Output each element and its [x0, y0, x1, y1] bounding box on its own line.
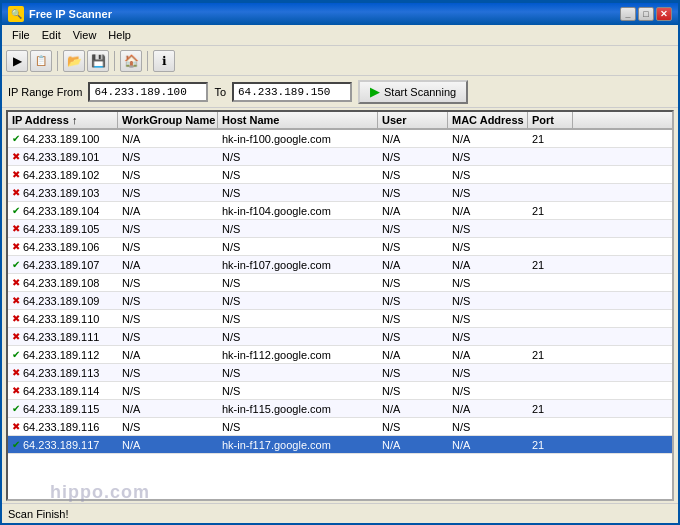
close-button[interactable]: ✕ [656, 7, 672, 21]
cell-ip: ✔64.233.189.104 [8, 204, 118, 218]
cell-workgroup: N/A [118, 204, 218, 218]
table-row[interactable]: ✔64.233.189.117 N/A hk-in-f117.google.co… [8, 436, 672, 454]
cell-port: 21 [528, 204, 573, 218]
cell-workgroup: N/S [118, 240, 218, 254]
start-scan-button[interactable]: ▶ Start Scanning [358, 80, 468, 104]
cell-user: N/S [378, 384, 448, 398]
status-ok-icon: ✔ [12, 259, 20, 270]
status-ok-icon: ✔ [12, 205, 20, 216]
status-ok-icon: ✔ [12, 439, 20, 450]
cell-workgroup: N/S [118, 222, 218, 236]
table-row[interactable]: ✔64.233.189.104 N/A hk-in-f104.google.co… [8, 202, 672, 220]
cell-hostname: hk-in-f107.google.com [218, 258, 378, 272]
cell-hostname: N/S [218, 384, 378, 398]
table-row[interactable]: ✖64.233.189.113 N/S N/S N/S N/S [8, 364, 672, 382]
table-row[interactable]: ✔64.233.189.107 N/A hk-in-f107.google.co… [8, 256, 672, 274]
cell-port: 21 [528, 258, 573, 272]
app-icon: 🔍 [8, 6, 24, 22]
toolbar: ▶ 📋 📂 💾 🏠 ℹ [2, 46, 678, 76]
table-row[interactable]: ✖64.233.189.116 N/S N/S N/S N/S [8, 418, 672, 436]
cell-ip: ✔64.233.189.107 [8, 258, 118, 272]
table-row[interactable]: ✖64.233.189.106 N/S N/S N/S N/S [8, 238, 672, 256]
cell-mac: N/A [448, 438, 528, 452]
title-buttons: _ □ ✕ [620, 7, 672, 21]
cell-workgroup: N/S [118, 294, 218, 308]
cell-mac: N/A [448, 204, 528, 218]
col-header-user[interactable]: User [378, 112, 448, 128]
cell-hostname: hk-in-f112.google.com [218, 348, 378, 362]
title-bar-left: 🔍 Free IP Scanner [8, 6, 112, 22]
menu-view[interactable]: View [67, 27, 103, 43]
cell-hostname: hk-in-f100.google.com [218, 132, 378, 146]
save-button[interactable]: 💾 [87, 50, 109, 72]
table-row[interactable]: ✖64.233.189.105 N/S N/S N/S N/S [8, 220, 672, 238]
ip-range-to-input[interactable] [232, 82, 352, 102]
status-ok-icon: ✔ [12, 133, 20, 144]
status-err-icon: ✖ [12, 169, 20, 180]
table-body[interactable]: ✔64.233.189.100 N/A hk-in-f100.google.co… [8, 130, 672, 499]
cell-port [528, 300, 573, 302]
table-row[interactable]: ✖64.233.189.101 N/S N/S N/S N/S [8, 148, 672, 166]
menu-file[interactable]: File [6, 27, 36, 43]
ip-range-from-label: IP Range From [8, 86, 82, 98]
col-header-mac[interactable]: MAC Address [448, 112, 528, 128]
table-row[interactable]: ✖64.233.189.114 N/S N/S N/S N/S [8, 382, 672, 400]
table-row[interactable]: ✖64.233.189.111 N/S N/S N/S N/S [8, 328, 672, 346]
cell-hostname: hk-in-f115.google.com [218, 402, 378, 416]
menu-bar: File Edit View Help [2, 25, 678, 46]
col-header-port[interactable]: Port [528, 112, 573, 128]
cell-user: N/S [378, 330, 448, 344]
toolbar-sep-2 [114, 51, 115, 71]
cell-user: N/S [378, 168, 448, 182]
home-button[interactable]: 🏠 [120, 50, 142, 72]
main-window: 🔍 Free IP Scanner _ □ ✕ File Edit View H… [0, 0, 680, 525]
cell-mac: N/S [448, 420, 528, 434]
status-err-icon: ✖ [12, 331, 20, 342]
cell-workgroup: N/S [118, 312, 218, 326]
cell-mac: N/S [448, 150, 528, 164]
cell-hostname: N/S [218, 150, 378, 164]
menu-help[interactable]: Help [102, 27, 137, 43]
cell-port [528, 192, 573, 194]
cell-mac: N/S [448, 294, 528, 308]
scan-results-button[interactable]: 📋 [30, 50, 52, 72]
table-row[interactable]: ✖64.233.189.110 N/S N/S N/S N/S [8, 310, 672, 328]
table-row[interactable]: ✖64.233.189.109 N/S N/S N/S N/S [8, 292, 672, 310]
table-row[interactable]: ✖64.233.189.102 N/S N/S N/S N/S [8, 166, 672, 184]
status-err-icon: ✖ [12, 367, 20, 378]
open-button[interactable]: 📂 [63, 50, 85, 72]
cell-workgroup: N/S [118, 366, 218, 380]
cell-ip: ✖64.233.189.114 [8, 384, 118, 398]
status-ok-icon: ✔ [12, 349, 20, 360]
col-header-workgroup[interactable]: WorkGroup Name [118, 112, 218, 128]
table-row[interactable]: ✖64.233.189.108 N/S N/S N/S N/S [8, 274, 672, 292]
minimize-button[interactable]: _ [620, 7, 636, 21]
cell-user: N/A [378, 204, 448, 218]
status-err-icon: ✖ [12, 421, 20, 432]
cell-user: N/S [378, 420, 448, 434]
table-row[interactable]: ✔64.233.189.100 N/A hk-in-f100.google.co… [8, 130, 672, 148]
ip-range-from-input[interactable] [88, 82, 208, 102]
play-button[interactable]: ▶ [6, 50, 28, 72]
info-button[interactable]: ℹ [153, 50, 175, 72]
cell-mac: N/S [448, 222, 528, 236]
status-bar: Scan Finish! [2, 503, 678, 523]
table-row[interactable]: ✔64.233.189.112 N/A hk-in-f112.google.co… [8, 346, 672, 364]
table-row[interactable]: ✖64.233.189.103 N/S N/S N/S N/S [8, 184, 672, 202]
menu-edit[interactable]: Edit [36, 27, 67, 43]
cell-mac: N/A [448, 348, 528, 362]
maximize-button[interactable]: □ [638, 7, 654, 21]
col-header-ip[interactable]: IP Address ↑ [8, 112, 118, 128]
table-row[interactable]: ✔64.233.189.115 N/A hk-in-f115.google.co… [8, 400, 672, 418]
cell-ip: ✖64.233.189.110 [8, 312, 118, 326]
cell-mac: N/S [448, 240, 528, 254]
cell-port [528, 336, 573, 338]
cell-hostname: N/S [218, 312, 378, 326]
cell-port [528, 246, 573, 248]
cell-ip: ✔64.233.189.112 [8, 348, 118, 362]
cell-workgroup: N/A [118, 438, 218, 452]
cell-hostname: N/S [218, 420, 378, 434]
cell-user: N/S [378, 186, 448, 200]
cell-hostname: N/S [218, 168, 378, 182]
col-header-hostname[interactable]: Host Name [218, 112, 378, 128]
